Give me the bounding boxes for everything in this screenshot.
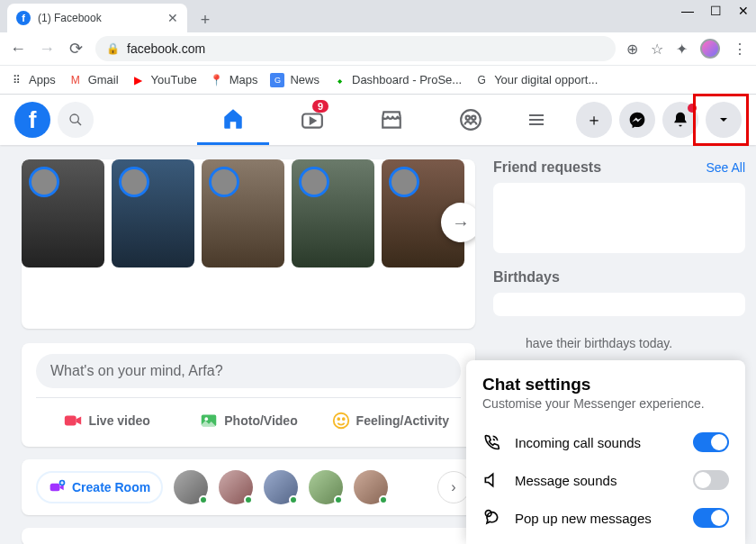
tab-strip: f (1) Facebook ✕ + — ☐ ✕ (0, 0, 756, 32)
profile-avatar[interactable] (700, 39, 720, 59)
nav-marketplace[interactable] (356, 95, 428, 145)
youtube-icon: ▶ (131, 73, 146, 87)
address-bar[interactable]: 🔒 facebook.com (95, 36, 616, 61)
minimize-button[interactable]: — (681, 4, 694, 18)
chat-row-label: Message sounds (515, 473, 680, 488)
dashboard-bookmark[interactable]: ⬥Dashboard - ProSe... (332, 73, 462, 87)
svg-point-11 (205, 417, 209, 421)
apps-bookmark[interactable]: ⠿Apps (9, 73, 56, 87)
nav-menu[interactable] (514, 95, 559, 145)
lock-icon: 🔒 (106, 42, 120, 55)
notifications-button[interactable] (662, 102, 698, 138)
home-icon (221, 107, 245, 131)
video-icon (63, 411, 83, 431)
facebook-logo[interactable]: f (14, 102, 50, 138)
bookmarks-bar: ⠿Apps MGmail ▶YouTube 📍Maps GNews ⬥Dashb… (0, 65, 756, 94)
messenger-button[interactable] (619, 102, 655, 138)
back-button[interactable]: ← (9, 40, 27, 59)
see-all-link[interactable]: See All (706, 160, 745, 175)
photo-video-button[interactable]: Photo/Video (177, 405, 319, 436)
online-dot (199, 495, 208, 504)
zoom-icon[interactable]: ⊕ (626, 41, 638, 58)
gmail-bookmark[interactable]: MGmail (68, 73, 119, 87)
chat-row-label: Incoming call sounds (515, 435, 680, 450)
forward-button[interactable]: → (38, 40, 56, 59)
browser-tab[interactable]: f (1) Facebook ✕ (7, 4, 187, 32)
room-contact[interactable] (219, 470, 253, 504)
youtube-bookmark[interactable]: ▶YouTube (131, 73, 197, 87)
composer-actions: Live video Photo/Video Feeling/Activity (36, 397, 461, 436)
search-icon (68, 113, 83, 127)
feeling-button[interactable]: Feeling/Activity (320, 405, 461, 436)
story-avatar (389, 167, 419, 197)
message-sounds-toggle[interactable] (693, 470, 729, 490)
hamburger-icon (526, 109, 547, 131)
messenger-icon (628, 111, 646, 129)
story-avatar (299, 167, 329, 197)
nav-groups[interactable] (435, 95, 507, 145)
chat-settings-title: Chat settings (482, 375, 729, 394)
rooms-next-button[interactable]: › (437, 471, 470, 503)
maximize-button[interactable]: ☐ (710, 4, 722, 18)
story-avatar (209, 167, 239, 197)
search-button[interactable] (58, 102, 94, 138)
rooms-card: Create Room › (22, 459, 475, 515)
maps-bookmark[interactable]: 📍Maps (210, 73, 258, 87)
create-button[interactable]: ＋ (576, 102, 612, 138)
notification-dot (688, 104, 697, 113)
account-dropdown-button[interactable] (706, 102, 742, 138)
chrome-menu-icon[interactable]: ⋮ (733, 41, 747, 58)
composer-input[interactable]: What's on your mind, Arfa? (36, 354, 461, 388)
story-item[interactable] (112, 159, 194, 267)
star-icon[interactable]: ☆ (651, 41, 663, 58)
maps-icon: 📍 (210, 73, 224, 87)
extensions-icon[interactable]: ✦ (676, 41, 688, 58)
create-room-button[interactable]: Create Room (36, 471, 163, 503)
svg-point-13 (338, 418, 339, 420)
nav-home[interactable] (197, 95, 269, 145)
nav-watch[interactable]: 9 (276, 95, 348, 145)
svg-point-4 (466, 116, 470, 120)
svg-rect-15 (50, 484, 60, 491)
new-tab-button[interactable]: + (193, 7, 218, 32)
reload-button[interactable]: ⟳ (67, 39, 85, 59)
live-video-button[interactable]: Live video (36, 405, 177, 436)
svg-point-0 (70, 114, 78, 122)
left-column: → What's on your mind, Arfa? Live video … (22, 159, 475, 544)
gmail-icon: M (68, 73, 83, 87)
post-composer: What's on your mind, Arfa? Live video Ph… (22, 343, 475, 447)
stories-next-button[interactable]: → (441, 203, 475, 242)
room-contact[interactable] (264, 470, 298, 504)
friend-requests-box (493, 183, 745, 253)
room-contact[interactable] (174, 470, 208, 504)
birthdays-box (493, 293, 745, 316)
svg-rect-9 (65, 416, 76, 426)
room-contact[interactable] (309, 470, 343, 504)
window-controls: — ☐ ✕ (681, 4, 749, 18)
story-item[interactable] (22, 159, 104, 267)
news-icon: G (270, 73, 284, 87)
digital-bookmark[interactable]: GYour digital opport... (474, 73, 598, 87)
browser-toolbar: ← → ⟳ 🔒 facebook.com ⊕ ☆ ✦ ⋮ (0, 32, 756, 65)
story-item[interactable] (292, 159, 374, 267)
incoming-sounds-toggle[interactable] (693, 432, 729, 452)
online-dot (379, 495, 388, 504)
camera-plus-icon (49, 478, 67, 496)
popup-messages-toggle[interactable] (693, 508, 729, 528)
stories-row (22, 159, 475, 267)
room-contact[interactable] (354, 470, 388, 504)
close-window-button[interactable]: ✕ (738, 4, 749, 18)
toolbar-right: ⊕ ☆ ✦ ⋮ (626, 39, 747, 59)
phone-icon (482, 433, 502, 451)
friend-requests-header: Friend requests See All (493, 159, 745, 176)
story-item[interactable] (202, 159, 284, 267)
close-tab-icon[interactable]: ✕ (167, 11, 178, 25)
svg-point-3 (461, 110, 481, 130)
story-avatar (119, 167, 149, 197)
svg-point-14 (342, 418, 344, 420)
google-icon: G (474, 73, 489, 87)
facebook-header-right: ＋ (576, 102, 742, 138)
svg-point-12 (333, 413, 348, 429)
chat-settings-subtitle: Customise your Messenger experience. (482, 396, 729, 411)
news-bookmark[interactable]: GNews (270, 73, 320, 87)
